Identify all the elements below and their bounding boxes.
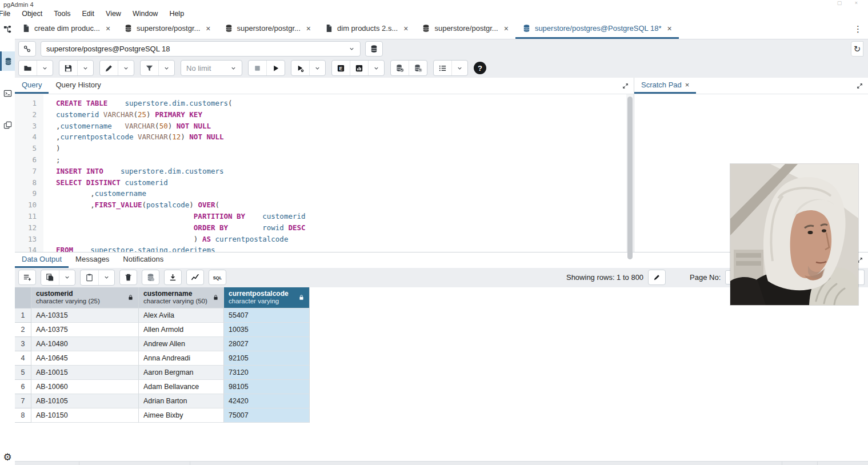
stop-execute-segment[interactable]: [249, 61, 266, 75]
row-number-cell[interactable]: 2: [15, 323, 31, 337]
select-all-cell[interactable]: [15, 287, 31, 308]
table-row[interactable]: 5AB-10015Aaron Bergman73120: [15, 366, 868, 380]
editor-scrollbar[interactable]: [626, 94, 634, 252]
grid-cell[interactable]: 28027: [224, 337, 310, 351]
row-number-cell[interactable]: 7: [15, 394, 31, 408]
close-icon[interactable]: ×: [403, 24, 408, 33]
download-button[interactable]: [164, 270, 182, 285]
tab-data-output[interactable]: Data Output: [15, 252, 69, 268]
connection-select[interactable]: superstore/postgres@PostgreSQL 18: [41, 41, 361, 57]
window-controls[interactable]: ▢ ×: [837, 0, 863, 6]
grid-cell[interactable]: Alex Avila: [139, 308, 224, 323]
table-row[interactable]: 3AA-10480Andrew Allen28027: [15, 337, 868, 351]
table-row[interactable]: 7AB-10105Adrian Barton42420: [15, 394, 868, 408]
close-icon[interactable]: ×: [206, 24, 210, 33]
eol-status[interactable]: CRLF: [782, 462, 817, 465]
grid-cell[interactable]: AA-10645: [31, 351, 139, 366]
grid-cell[interactable]: Aimee Bixby: [139, 408, 224, 423]
menu-item-tools[interactable]: Tools: [48, 9, 76, 19]
add-row-button[interactable]: [18, 270, 36, 285]
delete-row-button[interactable]: [119, 270, 137, 285]
gear-icon[interactable]: ⚙: [0, 451, 15, 463]
grid-cell[interactable]: 75007: [224, 408, 310, 423]
table-row[interactable]: 8AB-10150Aimee Bixby75007: [15, 408, 868, 423]
query-tab-2[interactable]: superstore/postgr...×: [218, 19, 318, 39]
execute-options-segment[interactable]: [309, 61, 325, 75]
query-tab-3[interactable]: dim products 2.s...×: [318, 19, 415, 39]
grid-cell[interactable]: AB-10150: [31, 408, 139, 423]
grid-cell[interactable]: Anna Andreadi: [139, 351, 224, 366]
table-row[interactable]: 2AA-10375Allen Armold10035: [15, 323, 868, 337]
grid-cell[interactable]: AB-10105: [31, 394, 139, 408]
menu-item-window[interactable]: Window: [127, 9, 163, 19]
connection-status-button[interactable]: [18, 41, 36, 57]
filter-segment[interactable]: [141, 61, 158, 75]
grid-cell[interactable]: Allen Armold: [139, 323, 224, 337]
grid-cell[interactable]: AB-10060: [31, 380, 139, 394]
close-icon[interactable]: ×: [106, 24, 110, 33]
grid-cell[interactable]: AA-10480: [31, 337, 139, 351]
tab-notifications[interactable]: Notifications: [116, 252, 170, 268]
grid-cell[interactable]: AA-10375: [31, 323, 139, 337]
help-button[interactable]: ?: [474, 62, 486, 74]
kebab-menu-icon[interactable]: ⋮: [848, 24, 868, 34]
table-row[interactable]: 4AA-10645Anna Andreadi92105: [15, 351, 868, 366]
grid-cell[interactable]: AB-10015: [31, 366, 139, 380]
query-tab-4[interactable]: superstore/postgr...×: [415, 19, 515, 39]
explain-segment[interactable]: E: [332, 61, 350, 75]
edit-segment[interactable]: [100, 61, 118, 75]
close-icon[interactable]: ×: [504, 24, 509, 33]
query-tab-5[interactable]: superstore/postgres@PostgreSQL 18*×: [515, 19, 679, 39]
column-header-customername[interactable]: customernamecharacter varying (50): [139, 287, 224, 308]
query-tab-0[interactable]: create dim produc...×: [15, 19, 117, 39]
row-limit-select[interactable]: No limit: [181, 60, 242, 76]
rail-query-tool[interactable]: [0, 51, 15, 71]
rail-schema-diff[interactable]: [0, 115, 15, 135]
refresh-layout-button[interactable]: ↻: [851, 41, 863, 57]
grid-cell[interactable]: 98105: [224, 380, 310, 394]
close-icon[interactable]: ×: [685, 81, 690, 89]
expand-icon[interactable]: [617, 83, 634, 89]
row-number-cell[interactable]: 6: [15, 380, 31, 394]
table-row[interactable]: 6AB-10060Adam Bellavance98105: [15, 380, 868, 394]
explain-segment[interactable]: [368, 61, 384, 75]
grid-cell[interactable]: Aaron Bergman: [139, 366, 224, 380]
menu-item-object[interactable]: Object: [16, 9, 48, 19]
new-connection-button[interactable]: [365, 41, 383, 57]
grid-cell[interactable]: 42420: [224, 394, 310, 408]
rail-psql-tool[interactable]: [0, 83, 15, 103]
grid-cell[interactable]: 10035: [224, 323, 310, 337]
table-row[interactable]: 1AA-10315Alex Avila55407: [15, 308, 868, 323]
expand-icon[interactable]: [851, 83, 868, 89]
sql-editor[interactable]: CREATE TABLE superstore.dim.customers( c…: [43, 94, 626, 252]
grid-cell[interactable]: AA-10315: [31, 308, 139, 323]
grid-cell[interactable]: 73120: [224, 366, 310, 380]
row-number-cell[interactable]: 8: [15, 408, 31, 423]
macros-segment[interactable]: [451, 61, 467, 75]
show-sql-button[interactable]: SQL: [209, 270, 226, 285]
tab-messages[interactable]: Messages: [69, 252, 116, 268]
save-file-segment[interactable]: [59, 61, 77, 75]
grid-cell[interactable]: Adrian Barton: [139, 394, 224, 408]
grid-cell[interactable]: 92105: [224, 351, 310, 366]
close-icon[interactable]: ×: [667, 24, 671, 33]
menu-item-file[interactable]: File: [0, 9, 16, 19]
tab-query-history[interactable]: Query History: [49, 78, 107, 94]
rail-object-explorer[interactable]: [0, 19, 15, 39]
row-number-cell[interactable]: 1: [15, 308, 31, 323]
macros-segment[interactable]: [434, 61, 451, 75]
tab-query[interactable]: Query: [15, 78, 49, 94]
close-icon[interactable]: ×: [306, 24, 311, 33]
menu-item-view[interactable]: View: [100, 9, 127, 19]
column-header-currentpostalcode[interactable]: currentpostalcodecharacter varying: [224, 287, 310, 308]
commit-rollback-segment[interactable]: [391, 61, 409, 75]
open-file-segment[interactable]: [37, 61, 53, 75]
edit-segment[interactable]: [118, 61, 134, 75]
column-header-customerid[interactable]: customeridcharacter varying (25): [31, 287, 139, 308]
menu-item-edit[interactable]: Edit: [76, 9, 100, 19]
query-tab-1[interactable]: superstore/postgr...×: [117, 19, 217, 39]
graph-visualiser-button[interactable]: [186, 270, 204, 285]
row-number-cell[interactable]: 5: [15, 366, 31, 380]
data-grid[interactable]: customeridcharacter varying (25)customer…: [15, 287, 868, 462]
save-data-changes-button[interactable]: [142, 270, 159, 285]
